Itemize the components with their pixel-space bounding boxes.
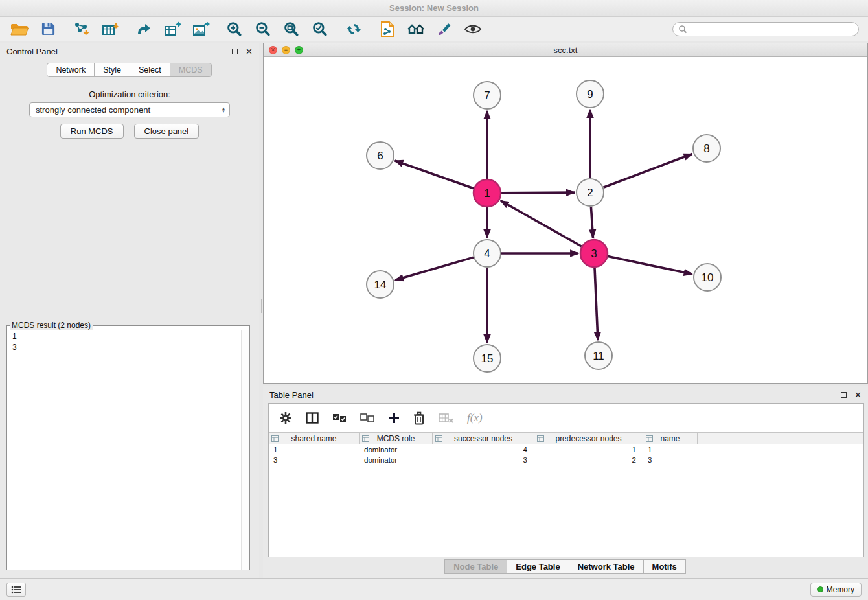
window-titlebar[interactable]: Session: New Session [0,0,868,17]
network-edge[interactable] [395,257,474,280]
apply-style-icon[interactable] [434,19,455,39]
network-window-titlebar[interactable]: ✕ − + scc.txt [264,43,867,57]
network-node[interactable]: 3 [580,240,608,267]
gear-glyph [279,411,292,424]
column-header[interactable]: successor nodes [433,433,534,444]
import-table-glyph [102,21,119,37]
table-cell[interactable]: 3 [433,456,534,464]
close-table-panel-icon[interactable]: ✕ [854,391,862,399]
result-scrollbar[interactable] [241,330,249,570]
table-tabs: Node Table Edge Table Network Table Moti… [263,559,868,574]
select-all-icon[interactable] [332,413,347,422]
tab-motifs[interactable]: Motifs [643,559,686,574]
network-node[interactable]: 6 [367,142,394,169]
delete-table-icon[interactable] [439,413,453,423]
table-settings-icon[interactable] [279,411,292,424]
minimize-window-icon[interactable]: − [282,46,290,54]
close-window-icon[interactable]: ✕ [269,46,277,54]
zoom-in-icon[interactable] [224,19,245,39]
network-node[interactable]: 8 [693,135,720,162]
network-edge[interactable] [501,192,575,193]
tab-mcds[interactable]: MCDS [170,63,212,77]
table-panel: Table Panel ✕ [263,386,868,578]
column-header[interactable]: predecessor nodes [534,433,643,444]
column-header[interactable]: shared name [269,433,360,444]
network-canvas[interactable]: 7968124314101511 [264,58,867,383]
table-cell[interactable]: 1 [269,446,360,454]
network-node[interactable]: 15 [474,345,501,372]
show-hide-icon[interactable] [463,19,483,39]
network-node[interactable]: 2 [577,179,604,206]
refresh-icon[interactable] [343,19,364,39]
table-cell[interactable]: 4 [433,446,534,454]
network-edge[interactable] [591,207,593,238]
network-node[interactable]: 14 [367,271,394,298]
dropdown-arrows-icon: ▲▼ [222,107,225,113]
tab-style[interactable]: Style [94,63,130,77]
tab-network[interactable]: Network [47,63,95,77]
network-edge[interactable] [395,161,474,189]
tab-node-table[interactable]: Node Table [444,559,507,574]
network-node[interactable]: 1 [474,179,501,207]
table-cell[interactable]: 2 [534,456,643,464]
table-cell[interactable]: dominator [360,456,433,464]
close-panel-button[interactable]: Close panel [134,124,200,139]
network-edge[interactable] [608,257,692,274]
zoom-out-icon[interactable] [253,19,273,39]
delete-column-icon[interactable] [413,411,425,425]
zoom-fit-icon[interactable] [281,19,302,39]
zoom-fit-glyph [284,21,299,37]
network-edge[interactable] [604,154,692,187]
table-cell[interactable]: 3 [269,456,360,464]
network-node[interactable]: 11 [585,342,612,369]
clone-network-icon[interactable] [377,19,398,39]
mcds-result-title: MCDS result (2 nodes) [10,321,93,330]
import-network-icon[interactable] [71,19,92,39]
table-cell[interactable]: 1 [534,446,643,454]
deselect-all-icon[interactable] [360,413,374,422]
tab-network-table[interactable]: Network Table [569,559,644,574]
table-cell[interactable]: dominator [360,446,433,454]
import-table-icon[interactable] [100,19,120,39]
network-node[interactable]: 9 [577,80,604,108]
add-column-icon[interactable] [388,412,400,424]
node-label: 1 [484,187,490,200]
table-cell[interactable]: 3 [643,456,698,464]
search-input[interactable] [691,25,853,34]
table-row[interactable]: 1dominator411 [269,444,863,455]
float-table-panel-icon[interactable] [841,392,847,398]
table-panel-header: Table Panel ✕ [263,386,868,403]
network-node[interactable]: 7 [474,82,501,109]
memory-button[interactable]: Memory [810,583,862,597]
table-cell[interactable]: 1 [643,446,698,454]
column-header[interactable]: name [643,433,698,444]
network-graph[interactable]: 7968124314101511 [264,58,867,384]
open-file-icon[interactable] [9,19,30,39]
export-network-icon[interactable] [133,19,154,39]
network-node[interactable]: 10 [694,264,721,291]
network-node[interactable]: 4 [474,240,501,267]
export-image-icon[interactable] [190,19,211,39]
floppy-glyph [41,21,56,36]
maximize-window-icon[interactable]: + [295,46,303,54]
zoom-selected-icon[interactable] [310,19,330,39]
network-edge[interactable] [501,201,582,246]
show-panels-button[interactable] [6,583,26,597]
search-box[interactable] [672,22,859,36]
node-label: 3 [591,248,597,260]
first-neighbors-icon[interactable] [405,19,426,39]
export-table-icon[interactable] [162,19,183,39]
network-edge[interactable] [595,268,598,340]
criterion-dropdown[interactable]: strongly connected component ▲▼ [29,102,230,117]
float-panel-icon[interactable] [232,49,238,54]
function-builder-icon[interactable]: f(x) [467,411,483,424]
run-mcds-button[interactable]: Run MCDS [60,124,124,139]
tab-edge-table[interactable]: Edge Table [507,559,569,574]
show-columns-icon[interactable] [306,412,319,424]
table-row[interactable]: 3dominator323 [269,455,863,465]
close-panel-icon[interactable]: ✕ [246,47,253,56]
column-header[interactable]: MCDS role [360,433,433,444]
save-session-icon[interactable] [38,19,58,39]
tab-select[interactable]: Select [130,63,170,77]
column-header-label: name [660,434,680,443]
